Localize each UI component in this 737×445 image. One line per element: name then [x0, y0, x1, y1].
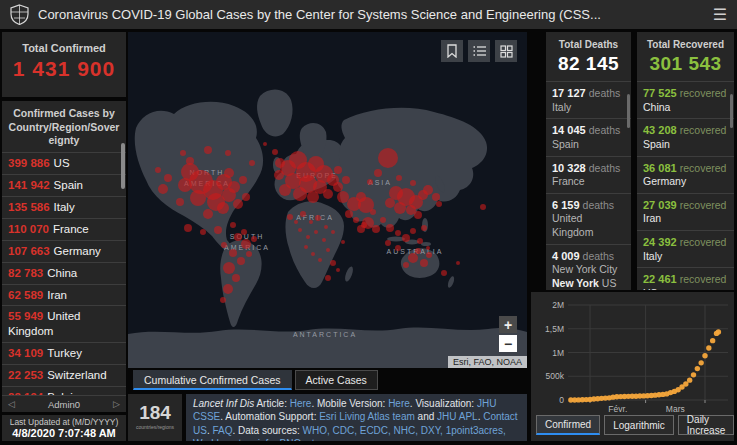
svg-text:1,5M: 1,5M — [545, 324, 564, 334]
recovered-row[interactable]: 22 461 recoveredUS — [637, 267, 734, 290]
chart-tabs: ConfirmedLogarithmicDaily Increase — [536, 415, 734, 435]
deaths-value-line: 17 127 deaths — [552, 86, 625, 101]
deaths-scrollbar[interactable] — [627, 94, 630, 128]
country-row[interactable]: 62 589Iran — [2, 284, 126, 306]
country-row[interactable]: 34 109Turkey — [2, 342, 126, 364]
chart-tab-logarithmic[interactable]: Logarithmic — [604, 415, 674, 435]
country-name: China — [47, 267, 77, 279]
footer-link[interactable]: Here — [388, 398, 410, 409]
country-row[interactable]: 82 783China — [2, 262, 126, 284]
recovered-row[interactable]: 36 081 recoveredGermany — [637, 156, 734, 193]
recovered-row[interactable]: 43 208 recoveredSpain — [637, 118, 734, 155]
pager-next-icon[interactable]: ▷ — [113, 399, 120, 409]
footer-link[interactable]: Here — [290, 398, 312, 409]
deaths-row[interactable]: 17 127 deathsItaly — [546, 81, 631, 118]
footer-text-segment: Article: — [254, 398, 290, 409]
sources-text: Lancet Inf Dis Article: Here. Mobile Ver… — [186, 394, 527, 441]
zoom-out-button[interactable]: − — [499, 335, 517, 352]
deaths-row[interactable]: 10 328 deathsFrance — [546, 156, 631, 193]
last-updated-label: Last Updated at (M/D/YYYY) — [2, 417, 126, 427]
country-name: Turkey — [47, 347, 82, 359]
total-deaths-panel: Total Deaths 82 145 17 127 deathsItaly14… — [546, 32, 631, 290]
recovered-region: Iran — [643, 212, 728, 226]
country-row[interactable]: 399 886US — [2, 152, 126, 174]
countries-count-caption: countries/regions — [128, 424, 182, 430]
country-row[interactable]: 110 070France — [2, 218, 126, 240]
recovered-value: 43 208 — [643, 124, 680, 136]
footer-link[interactable]: FAQ — [212, 425, 232, 436]
country-cases: 55 949 — [8, 310, 43, 322]
last-updated-value: 4/8/2020 7:07:48 AM — [2, 427, 126, 439]
total-recovered-panel: Total Recovered 301 543 77 525 recovered… — [637, 32, 734, 290]
chart-tab-daily-increase[interactable]: Daily Increase — [678, 415, 734, 435]
recovered-region: Italy — [643, 250, 728, 264]
svg-text:Mars: Mars — [666, 404, 685, 414]
country-row[interactable]: 55 949United Kingdom — [2, 305, 126, 342]
deaths-row[interactable]: 14 045 deathsSpain — [546, 118, 631, 155]
deaths-value: 14 045 — [552, 124, 589, 136]
deaths-value-line: 14 045 deaths — [552, 123, 625, 138]
svg-text:2M: 2M — [552, 300, 564, 310]
total-recovered-value: 301 543 — [637, 53, 734, 75]
countries-count: 184 — [128, 403, 182, 422]
map-tab-cumulative-confirmed-cases[interactable]: Cumulative Confirmed Cases — [133, 370, 292, 390]
footer-link[interactable]: Esri Living Atlas team — [319, 411, 415, 422]
country-row[interactable]: 107 663Germany — [2, 240, 126, 262]
recovered-region: Germany — [643, 175, 728, 189]
pager-prev-icon[interactable]: ◁ — [8, 399, 15, 409]
country-name: Italy — [54, 201, 75, 213]
footer-link[interactable]: JHU APL — [437, 411, 478, 422]
deaths-region: France — [552, 175, 625, 189]
covid-dashboard: Coronavirus COVID-19 Global Cases by the… — [0, 0, 737, 445]
jhu-shield-logo — [10, 4, 29, 25]
deaths-value: 6 159 — [552, 199, 583, 211]
recovered-unit: recovered — [680, 124, 727, 136]
basemap-grid-icon[interactable] — [495, 40, 517, 62]
recovered-value-line: 24 392 recovered — [643, 235, 728, 250]
recovered-value-line: 27 039 recovered — [643, 198, 728, 213]
recovered-row[interactable]: 27 039 recoveredIran — [637, 193, 734, 230]
svg-text:0: 0 — [559, 395, 564, 405]
country-row[interactable]: 135 586Italy — [2, 196, 126, 218]
recovered-row[interactable]: 24 392 recoveredItaly — [637, 230, 734, 267]
country-list-scrollbar[interactable] — [121, 143, 125, 189]
deaths-value-line: 4 009 deaths — [552, 249, 625, 264]
world-map[interactable]: NORTHAMERICASOUTHAMERICAEUROPEAFRICAASIA… — [128, 32, 527, 368]
country-cases: 110 070 — [8, 223, 49, 235]
svg-text:500k: 500k — [546, 371, 565, 381]
footer-text-segment: . Data sources: — [232, 425, 302, 436]
deaths-unit: deaths — [583, 199, 615, 211]
country-name: US — [54, 157, 70, 169]
svg-text:Févr.: Févr. — [608, 404, 627, 414]
page-title: Coronavirus COVID-19 Global Cases by the… — [38, 7, 704, 22]
deaths-region: New York City New York US — [552, 263, 625, 290]
deaths-row[interactable]: 6 159 deathsUnited Kingdom — [546, 193, 631, 244]
deaths-unit: deaths — [583, 250, 615, 262]
country-cases: 34 109 — [8, 347, 43, 359]
recovered-value: 77 525 — [643, 87, 680, 99]
chart-tab-confirmed[interactable]: Confirmed — [536, 415, 600, 435]
recovered-unit: recovered — [680, 199, 727, 211]
recovered-region: US — [643, 287, 728, 290]
total-recovered-title: Total Recovered — [637, 39, 734, 50]
deaths-value: 4 009 — [552, 250, 583, 262]
map-tab-active-cases[interactable]: Active Cases — [295, 370, 378, 390]
deaths-row[interactable]: 4 009 deathsNew York City New York US — [546, 244, 631, 290]
recovered-unit: recovered — [680, 87, 727, 99]
footer-text-segment: and — [415, 411, 437, 422]
recovered-value-line: 22 461 recovered — [643, 272, 728, 287]
recovered-row[interactable]: 77 525 recoveredChina — [637, 81, 734, 118]
menu-icon[interactable]: ☰ — [713, 7, 727, 23]
country-name: Germany — [54, 245, 101, 257]
country-cases: 62 589 — [8, 289, 43, 301]
zoom-in-button[interactable]: + — [499, 316, 517, 333]
deaths-value-line: 10 328 deaths — [552, 161, 625, 176]
legend-list-icon[interactable] — [468, 40, 490, 62]
recovered-unit: recovered — [680, 236, 727, 248]
country-row[interactable]: 22 253Switzerland — [2, 364, 126, 386]
recovered-scrollbar[interactable] — [730, 94, 733, 128]
country-name: France — [53, 223, 89, 235]
last-updated-panel: Last Updated at (M/D/YYYY) 4/8/2020 7:07… — [2, 415, 126, 441]
bookmark-icon[interactable] — [441, 40, 463, 62]
country-row[interactable]: 141 942Spain — [2, 174, 126, 196]
